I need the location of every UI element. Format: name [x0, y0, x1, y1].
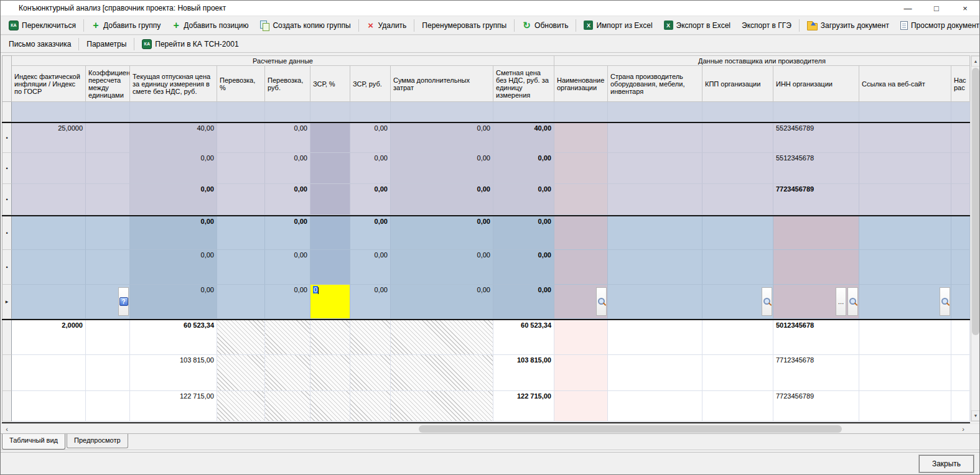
grid-cell-summa[interactable]: 0,00 — [391, 216, 493, 250]
column-header-summa[interactable]: Сумма дополнительных затрат — [391, 66, 493, 102]
grid-cell-perev_rub[interactable] — [265, 320, 310, 355]
grid-cell-org[interactable] — [554, 184, 608, 215]
grid-cell-last[interactable] — [951, 320, 970, 355]
row-selector[interactable]: • — [2, 216, 12, 250]
grid-cell-link[interactable] — [859, 250, 951, 285]
grid-cell-smet[interactable]: 0,00 — [493, 184, 554, 215]
grid-cell-last[interactable] — [951, 102, 970, 122]
grid-cell-perev_rub[interactable] — [265, 355, 310, 391]
column-header-kpp[interactable]: КПП организации — [702, 66, 773, 102]
grid-cell-summa[interactable] — [391, 391, 493, 422]
grid-cell-inn[interactable]: 7712345678 — [773, 355, 859, 391]
grid-cell-index[interactable] — [12, 102, 86, 122]
grid-cell-price[interactable]: 0,00 — [130, 153, 217, 184]
grid-cell-zsr_pct[interactable] — [310, 153, 350, 184]
grid-cell-koef[interactable] — [86, 216, 130, 250]
grid-cell-index[interactable] — [12, 355, 86, 391]
grid-cell-kpp[interactable] — [702, 184, 773, 215]
grid-cell-zsr_rub[interactable] — [350, 320, 391, 355]
row-selector[interactable] — [2, 102, 12, 122]
grid-cell-summa[interactable]: 0,00 — [391, 153, 493, 184]
grid-cell-zsr_pct[interactable] — [310, 391, 350, 422]
column-header-org[interactable]: Наименование организации — [554, 66, 608, 102]
grid-cell-last[interactable] — [951, 391, 970, 422]
grid-cell-index[interactable] — [12, 216, 86, 250]
grid-cell-price[interactable]: 0,00 — [130, 250, 217, 285]
row-selector[interactable]: • — [2, 250, 12, 285]
toolbar-button-8[interactable]: XИмпорт из Excel — [578, 18, 658, 32]
grid-cell-zsr_pct[interactable] — [310, 102, 350, 122]
column-header-inn[interactable]: ИНН организации — [773, 66, 859, 102]
row-selector[interactable]: • — [2, 123, 12, 153]
grid-cell-index[interactable] — [12, 285, 86, 319]
grid-cell-zsr_rub[interactable] — [350, 391, 391, 422]
horizontal-scroll-thumb[interactable] — [419, 425, 842, 433]
grid-cell-link[interactable] — [859, 184, 951, 215]
grid-cell-country[interactable] — [608, 184, 702, 215]
grid-cell-last[interactable] — [951, 355, 970, 391]
grid-cell-summa[interactable] — [391, 102, 493, 122]
grid-cell-link[interactable] — [859, 102, 951, 122]
row-selector[interactable] — [2, 355, 12, 391]
grid-cell-perev_pct[interactable] — [217, 355, 265, 391]
minimize-icon[interactable]: — — [894, 1, 922, 16]
grid-cell-zsr_rub[interactable]: 0,00 — [350, 216, 391, 250]
row-selector[interactable]: • — [2, 184, 12, 215]
grid-cell-summa[interactable]: 0,00 — [391, 123, 493, 153]
toolbar-button-9[interactable]: XЭкспорт в Excel — [658, 18, 736, 32]
grid-cell-perev_rub[interactable]: 0,00 — [265, 216, 310, 250]
horizontal-scrollbar[interactable]: ‹ › — [1, 423, 979, 433]
toolbar-button-11[interactable]: Загрузить документ — [801, 18, 895, 33]
lookup-button[interactable] — [847, 287, 858, 316]
grid-cell-country[interactable] — [608, 123, 702, 153]
grid-cell-kpp[interactable] — [702, 285, 773, 319]
column-header-zsr_pct[interactable]: ЗСР, % — [310, 66, 350, 102]
grid-cell-koef[interactable] — [86, 123, 130, 153]
grid-cell-last[interactable] — [951, 216, 970, 250]
grid-cell-kpp[interactable] — [702, 153, 773, 184]
grid-cell-kpp[interactable] — [702, 102, 773, 122]
lookup-button[interactable] — [940, 287, 950, 316]
grid-cell-last[interactable] — [951, 250, 970, 285]
grid-cell-last[interactable] — [951, 184, 970, 215]
grid-cell-org[interactable] — [554, 216, 608, 250]
grid-cell-perev_rub[interactable] — [265, 391, 310, 422]
grid-cell-inn[interactable]: 5512345678 — [773, 153, 859, 184]
grid-cell-org[interactable] — [554, 285, 608, 319]
secondary-toolbar-button-3[interactable]: КАПерейти в КА ТСН-2001 — [136, 37, 244, 52]
grid-cell-zsr_pct[interactable] — [310, 123, 350, 153]
grid-cell-org[interactable] — [554, 391, 608, 422]
grid-cell-koef[interactable] — [86, 320, 130, 355]
grid-cell-price[interactable]: 103 815,00 — [130, 355, 217, 391]
grid-cell-kpp[interactable] — [702, 391, 773, 422]
grid-cell-perev_pct[interactable] — [217, 123, 265, 153]
grid-cell-zsr_pct[interactable] — [310, 216, 350, 250]
grid-cell-zsr_rub[interactable]: 0,00 — [350, 184, 391, 215]
grid-cell-smet[interactable]: 40,00 — [493, 123, 554, 153]
grid-cell-perev_rub[interactable]: 0,00 — [265, 123, 310, 153]
grid-cell-last[interactable] — [951, 153, 970, 184]
grid-cell-inn[interactable]: 5012345678 — [773, 320, 859, 355]
grid-cell-kpp[interactable] — [702, 250, 773, 285]
grid-cell-perev_rub[interactable]: 0,00 — [265, 250, 310, 285]
column-header-smet[interactable]: Сметная цена без НДС, руб. за единицу из… — [493, 66, 554, 102]
grid-cell-price[interactable]: 40,00 — [130, 123, 217, 153]
tab-preview[interactable]: Предпросмотр — [67, 434, 128, 448]
grid-cell-summa[interactable] — [391, 320, 493, 355]
lookup-button[interactable] — [762, 287, 772, 316]
toolbar-button-4[interactable]: Создать копию группы — [254, 18, 356, 33]
grid-cell-perev_pct[interactable] — [217, 285, 265, 319]
secondary-toolbar-button-1[interactable]: Письмо заказчика — [3, 37, 77, 51]
grid-cell-price[interactable]: 0,00 — [130, 184, 217, 215]
row-selector[interactable]: • — [2, 153, 12, 184]
grid-cell-price[interactable] — [130, 102, 217, 122]
toolbar-button-5[interactable]: ×Удалить — [361, 17, 413, 33]
grid-cell-smet[interactable]: 60 523,34 — [493, 320, 554, 355]
grid-cell-perev_rub[interactable]: 0,00 — [265, 285, 310, 319]
scroll-left-icon[interactable]: ‹ — [2, 424, 12, 434]
grid-cell-inn[interactable]: … — [773, 285, 859, 319]
grid-cell-summa[interactable] — [391, 355, 493, 391]
vertical-scroll-thumb[interactable] — [972, 68, 979, 335]
grid-cell-link[interactable] — [859, 216, 951, 250]
toolbar-button-12[interactable]: Просмотр документа — [895, 19, 980, 32]
